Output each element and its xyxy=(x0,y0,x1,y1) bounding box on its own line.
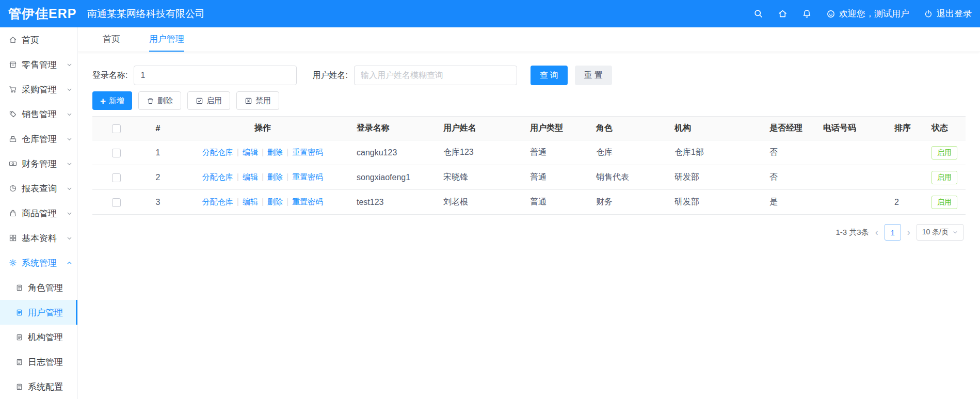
next-page-button[interactable]: › xyxy=(906,228,911,237)
row-checkbox[interactable] xyxy=(112,198,121,207)
cell-sort: 2 xyxy=(887,190,924,215)
col-header-type: 用户类型 xyxy=(523,117,589,140)
toolbar: + 新增 删除 启用 禁用 xyxy=(92,91,966,110)
sidebar-item-goods[interactable]: 商品管理 xyxy=(0,201,77,226)
user-name-input[interactable] xyxy=(354,66,517,85)
delete-link[interactable]: 删除 xyxy=(267,172,283,181)
user-table-wrap: # 操作 登录名称 用户姓名 用户类型 角色 机构 是否经理 电话号码 排序 状… xyxy=(92,116,966,215)
sidebar-item-system[interactable]: 系统管理 xyxy=(0,250,77,275)
home-shortcut-icon[interactable] xyxy=(778,9,788,19)
action-divider: | xyxy=(286,197,288,206)
cell-login: cangku123 xyxy=(349,140,436,165)
cell-org: 研发部 xyxy=(667,190,762,215)
table-row: 2 分配仓库|编辑|删除|重置密码 songxiaofeng1 宋晓锋 普通 销… xyxy=(92,165,966,190)
cell-manager: 否 xyxy=(762,165,816,190)
login-name-label: 登录名称: xyxy=(92,70,127,81)
sidebar-subitem-log[interactable]: 日志管理 xyxy=(0,349,77,374)
doc-icon xyxy=(15,383,23,391)
sidebar-item-home[interactable]: 首页 xyxy=(0,27,77,52)
assign-warehouse-link[interactable]: 分配仓库 xyxy=(202,197,233,206)
disable-button[interactable]: 禁用 xyxy=(236,91,279,110)
sidebar-subitem-role[interactable]: 角色管理 xyxy=(0,275,77,300)
retail-icon xyxy=(9,60,17,69)
delete-button[interactable]: 删除 xyxy=(138,91,181,110)
sidebar-subitem-label: 用户管理 xyxy=(28,307,63,318)
search-icon[interactable] xyxy=(753,9,763,19)
cell-role: 销售代表 xyxy=(589,165,667,190)
add-button[interactable]: + 新增 xyxy=(92,91,132,110)
search-form: 登录名称: 用户姓名: 查 询 重 置 xyxy=(92,66,966,85)
chevron-down-icon xyxy=(953,230,958,235)
sales-icon xyxy=(9,110,17,118)
sidebar-item-label: 销售管理 xyxy=(22,108,57,120)
page-number-button[interactable]: 1 xyxy=(885,224,901,241)
sidebar-item-purchase[interactable]: 采购管理 xyxy=(0,77,77,102)
app-logo: 管伊佳ERP xyxy=(0,5,78,22)
sidebar-item-label: 首页 xyxy=(22,34,39,46)
assign-warehouse-link[interactable]: 分配仓库 xyxy=(202,172,233,181)
cell-login: songxiaofeng1 xyxy=(349,165,436,190)
check-square-icon xyxy=(196,97,203,105)
main-area: 首页 用户管理 登录名称: 用户姓名: 查 询 重 置 + 新增 删除 xyxy=(78,27,980,399)
reset-button[interactable]: 重 置 xyxy=(575,66,612,85)
sidebar-item-label: 财务管理 xyxy=(22,158,57,170)
disable-button-label: 禁用 xyxy=(255,96,271,106)
table-row: 1 分配仓库|编辑|删除|重置密码 cangku123 仓库123 普通 仓库 … xyxy=(92,140,966,165)
purchase-icon xyxy=(9,85,17,93)
tab-user-management[interactable]: 用户管理 xyxy=(149,27,184,52)
finance-icon xyxy=(9,159,17,168)
sidebar-item-warehouse[interactable]: 仓库管理 xyxy=(0,126,77,151)
cell-actions: 分配仓库|编辑|删除|重置密码 xyxy=(176,140,349,165)
status-badge[interactable]: 启用 xyxy=(931,171,957,184)
sidebar-subitem-config[interactable]: 系统配置 xyxy=(0,374,77,399)
tab-bar: 首页 用户管理 xyxy=(78,27,980,52)
content: 登录名称: 用户姓名: 查 询 重 置 + 新增 删除 xyxy=(78,52,980,241)
status-badge[interactable]: 启用 xyxy=(931,196,957,209)
action-divider: | xyxy=(262,172,264,181)
company-name: 南通某某网络科技有限公司 xyxy=(87,7,205,21)
page-size-value: 10 条/页 xyxy=(922,228,949,237)
row-checkbox[interactable] xyxy=(112,149,121,157)
assign-warehouse-link[interactable]: 分配仓库 xyxy=(202,148,233,156)
logout-icon xyxy=(924,9,933,19)
delete-link[interactable]: 删除 xyxy=(267,148,283,156)
chevron-down-icon xyxy=(67,235,72,241)
action-divider: | xyxy=(286,148,288,156)
sidebar-item-label: 商品管理 xyxy=(22,208,57,219)
reset-password-link[interactable]: 重置密码 xyxy=(292,172,323,181)
cell-sort xyxy=(887,140,924,165)
logout-button[interactable]: 退出登录 xyxy=(924,8,972,20)
cell-type: 普通 xyxy=(523,190,589,215)
tab-home[interactable]: 首页 xyxy=(103,27,120,52)
welcome-text: 欢迎您，测试用户 xyxy=(839,8,909,20)
sidebar-item-finance[interactable]: 财务管理 xyxy=(0,151,77,176)
doc-icon xyxy=(15,309,23,316)
sidebar-item-retail[interactable]: 零售管理 xyxy=(0,52,77,77)
page-size-select[interactable]: 10 条/页 xyxy=(917,224,963,241)
edit-link[interactable]: 编辑 xyxy=(243,197,258,206)
cell-index: 1 xyxy=(140,140,176,165)
row-checkbox[interactable] xyxy=(112,173,121,182)
select-all-checkbox[interactable] xyxy=(112,124,121,133)
sidebar-item-sales[interactable]: 销售管理 xyxy=(0,102,77,126)
sidebar-item-report[interactable]: 报表查询 xyxy=(0,176,77,201)
table-header-row: # 操作 登录名称 用户姓名 用户类型 角色 机构 是否经理 电话号码 排序 状… xyxy=(92,117,966,140)
bell-icon[interactable] xyxy=(802,9,812,19)
welcome-user[interactable]: 欢迎您，测试用户 xyxy=(826,8,909,20)
login-name-input[interactable] xyxy=(134,66,297,85)
report-icon xyxy=(9,184,17,193)
prev-page-button[interactable]: ‹ xyxy=(874,228,879,237)
sidebar-item-basic-data[interactable]: 基本资料 xyxy=(0,226,77,250)
doc-icon xyxy=(15,358,23,366)
sidebar-subitem-org[interactable]: 机构管理 xyxy=(0,325,77,349)
sidebar-subitem-user[interactable]: 用户管理 xyxy=(0,300,77,325)
enable-button[interactable]: 启用 xyxy=(187,91,230,110)
reset-password-link[interactable]: 重置密码 xyxy=(292,148,323,156)
edit-link[interactable]: 编辑 xyxy=(243,148,258,156)
status-badge[interactable]: 启用 xyxy=(931,146,957,159)
delete-link[interactable]: 删除 xyxy=(267,197,283,206)
query-button[interactable]: 查 询 xyxy=(531,66,568,85)
sidebar-subitem-label: 系统配置 xyxy=(28,381,63,393)
edit-link[interactable]: 编辑 xyxy=(243,172,258,181)
reset-password-link[interactable]: 重置密码 xyxy=(292,197,323,206)
